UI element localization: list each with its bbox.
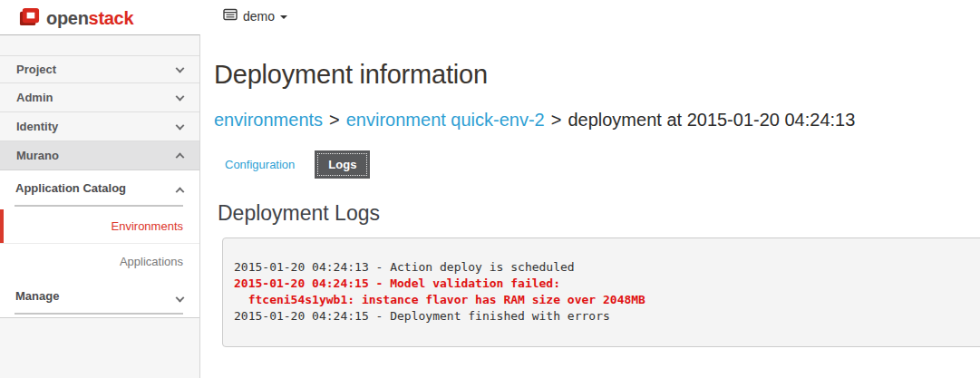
group-underline	[15, 313, 183, 315]
sidebar-group-label: Application Catalog	[15, 181, 126, 195]
chevron-up-icon	[176, 152, 185, 161]
sidebar: Project Admin Identity Murano Applicatio…	[0, 34, 200, 378]
tab-bar: Configuration Logs	[225, 150, 980, 178]
chevron-down-icon	[176, 92, 185, 101]
sidebar-item-label: Project	[16, 63, 56, 76]
breadcrumb-link-environments[interactable]: environments	[214, 110, 323, 130]
caret-down-icon	[280, 15, 287, 19]
brand-stack: stack	[89, 8, 134, 28]
breadcrumb-separator: >	[329, 110, 340, 130]
list-alt-icon	[223, 8, 238, 24]
chevron-down-icon	[176, 63, 185, 73]
group-underline	[15, 205, 183, 207]
breadcrumb-current: deployment at 2015-01-20 04:24:13	[568, 110, 855, 130]
sidebar-group-manage[interactable]: Manage	[0, 280, 199, 317]
sidebar-spacer	[0, 35, 199, 56]
sidebar-item-applications[interactable]: Applications	[0, 244, 199, 280]
tab-logs[interactable]: Logs	[315, 150, 370, 179]
active-indicator	[0, 209, 4, 243]
openstack-logo[interactable]: openstack	[18, 5, 133, 32]
sidebar-filler	[0, 318, 199, 378]
chevron-up-icon	[176, 187, 185, 196]
top-navbar: openstack demo	[0, 0, 980, 34]
breadcrumb: environments>environment quick-env-2>dep…	[214, 110, 980, 131]
user-menu[interactable]: demo	[223, 8, 287, 24]
brand-text: openstack	[46, 8, 133, 29]
sidebar-item-murano[interactable]: Murano	[0, 141, 199, 170]
sidebar-item-label: Environments	[112, 219, 183, 233]
sidebar-item-label: Murano	[16, 149, 59, 162]
breadcrumb-link-environment[interactable]: environment quick-env-2	[346, 110, 545, 130]
brand-open: open	[46, 8, 89, 28]
sidebar-group-application-catalog[interactable]: Application Catalog	[0, 170, 199, 209]
sidebar-item-identity[interactable]: Identity	[0, 112, 199, 141]
breadcrumb-separator: >	[551, 110, 562, 130]
log-line: ftceni54s1ywb1: instance flavor has RAM …	[234, 292, 980, 308]
sidebar-item-label: Applications	[120, 255, 183, 268]
sidebar-item-environments[interactable]: Environments	[0, 209, 199, 244]
sidebar-item-admin[interactable]: Admin	[0, 83, 199, 112]
user-menu-label: demo	[243, 9, 275, 24]
sidebar-panel-area: Application Catalog Environments Applica…	[0, 170, 199, 318]
sidebar-item-project[interactable]: Project	[0, 56, 199, 83]
sidebar-item-label: Identity	[16, 120, 58, 133]
page-title: Deployment information	[214, 60, 980, 90]
log-line: 2015-01-20 04:24:15 - Deployment finishe…	[234, 308, 980, 325]
sidebar-group-label: Manage	[15, 289, 59, 303]
log-line: 2015-01-20 04:24:13 - Action deploy is s…	[234, 259, 980, 276]
log-line: 2015-01-20 04:24:15 - Model validation f…	[234, 276, 980, 292]
deployment-log-box: 2015-01-20 04:24:13 - Action deploy is s…	[222, 237, 980, 347]
main-content: Deployment information environments>envi…	[201, 34, 980, 378]
chevron-down-icon	[176, 293, 185, 302]
tab-configuration[interactable]: Configuration	[225, 158, 295, 171]
openstack-cube-icon	[18, 5, 41, 32]
section-title: Deployment Logs	[218, 201, 980, 226]
chevron-down-icon	[176, 121, 185, 130]
sidebar-item-label: Admin	[16, 91, 53, 104]
